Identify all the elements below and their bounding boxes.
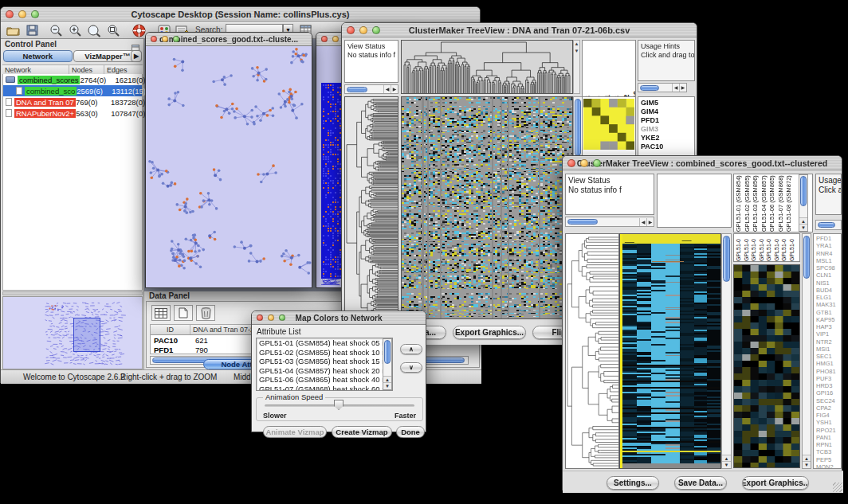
- vscroll-thumb[interactable]: [575, 99, 581, 156]
- dialog-titlebar[interactable]: Map Colors to Network: [252, 311, 426, 325]
- gene-name[interactable]: MON2: [816, 463, 841, 469]
- attribute-listbox[interactable]: GPL51-01 (GSM854) heat shock 05 minGPL51…: [256, 338, 393, 391]
- gene-name[interactable]: YRA1: [816, 242, 841, 249]
- gene-name[interactable]: YSH1: [816, 419, 841, 426]
- treeview-dna-titlebar[interactable]: ClusterMaker TreeView : DNA and Tran 07-…: [342, 23, 697, 37]
- data-col-id[interactable]: ID: [151, 325, 190, 334]
- heatmap-main[interactable]: [619, 233, 721, 469]
- view-status-hscrollbar[interactable]: ◀ ▶: [344, 84, 398, 94]
- attribute-item[interactable]: GPL51-07 (GSM868) heat shock 60 min: [257, 385, 392, 392]
- gene-name[interactable]: RPO21: [816, 427, 841, 434]
- gene-name[interactable]: SEC1: [816, 353, 841, 360]
- gene-name[interactable]: SPC98: [816, 264, 841, 272]
- gene-name[interactable]: HAP3: [816, 323, 841, 330]
- zoom-window-icon[interactable]: [279, 315, 285, 321]
- vscroll-thumb[interactable]: [800, 176, 807, 206]
- export-graphics-button[interactable]: Export Graphics...: [453, 326, 526, 339]
- gene-name[interactable]: VIP1: [816, 330, 841, 338]
- animate-vizmap-button[interactable]: Animate Vizmap: [263, 426, 327, 438]
- usage-hints-hscrollbar[interactable]: [815, 220, 842, 230]
- network-row[interactable]: combined_sco 2569(6) 13112(15): [3, 85, 142, 96]
- more-tabs-icon[interactable]: ▶: [131, 50, 142, 62]
- treeview-combined-titlebar[interactable]: ClusterMaker TreeView : combined_scores_…: [563, 156, 842, 170]
- row-dendrogram[interactable]: [344, 96, 398, 319]
- attribute-item[interactable]: GPL51-02 (GSM855) heat shock 10 min: [257, 348, 392, 357]
- summary-heatmap[interactable]: [583, 99, 634, 150]
- gene-name[interactable]: MAK31: [816, 301, 841, 308]
- table-grid-icon[interactable]: [151, 305, 171, 321]
- attribute-item[interactable]: GPL51-03 (GSM856) heat shock 15 min: [257, 357, 392, 366]
- open-folder-icon[interactable]: [4, 23, 22, 37]
- gene-name[interactable]: RNR4: [816, 250, 841, 257]
- minimize-icon[interactable]: [162, 36, 168, 42]
- minimize-icon[interactable]: [580, 159, 588, 167]
- scroll-right-icon[interactable]: ▶: [679, 84, 686, 92]
- network-row[interactable]: RNAPuberNov2+ 563(0) 107847(0): [3, 107, 142, 119]
- zoom-window-icon[interactable]: [593, 159, 601, 167]
- zoom-vscrollbar[interactable]: ▲ ▼: [802, 233, 811, 469]
- gene-name[interactable]: CPA2: [816, 404, 841, 412]
- attribute-item[interactable]: GPL51-04 (GSM857) heat shock 20 min: [257, 366, 392, 376]
- close-icon[interactable]: [321, 36, 328, 42]
- zoom-in-icon[interactable]: [66, 23, 84, 37]
- gene-name[interactable]: RPN1: [816, 441, 841, 448]
- attribute-list-vscrollbar[interactable]: ▲ ▼: [383, 338, 392, 390]
- scroll-down-icon[interactable]: ▼: [383, 382, 391, 389]
- main-titlebar[interactable]: Cytoscape Desktop (Session Name: collins…: [1, 7, 480, 21]
- done-button[interactable]: Done: [396, 426, 425, 438]
- scroll-down-icon[interactable]: ▼: [799, 224, 807, 231]
- gene-name[interactable]: PFD1: [816, 235, 841, 242]
- zoom-window-icon[interactable]: [173, 36, 179, 42]
- gene-name[interactable]: KAP95: [816, 316, 841, 323]
- zoom-window-icon[interactable]: [31, 10, 39, 18]
- network-view-titlebar[interactable]: combined_scores_good.txt--cluste...: [146, 33, 312, 46]
- row-dendrogram[interactable]: [565, 233, 619, 469]
- resize-grip[interactable]: [833, 483, 842, 492]
- animation-slider-thumb[interactable]: [334, 400, 344, 410]
- network-row[interactable]: combined_scores 2764(0) 16218(0): [3, 74, 142, 85]
- network-view-canvas[interactable]: [146, 46, 312, 287]
- gene-name[interactable]: HMG1: [816, 360, 841, 367]
- move-down-button[interactable]: ∨: [400, 362, 422, 373]
- close-icon[interactable]: [567, 159, 575, 167]
- view-status-hscrollbar[interactable]: ◀ ▶: [565, 217, 654, 227]
- scroll-right-icon[interactable]: ▶: [646, 218, 654, 226]
- heatmap-vscrollbar[interactable]: ▲ ▼: [721, 233, 732, 469]
- minimize-icon[interactable]: [268, 315, 274, 321]
- zoom-fit-icon[interactable]: [85, 23, 103, 37]
- close-icon[interactable]: [257, 315, 263, 321]
- heatmap-main[interactable]: [401, 96, 573, 319]
- trash-icon[interactable]: [196, 305, 215, 321]
- usage-hints-hscrollbar[interactable]: ◀ ▶: [638, 83, 687, 92]
- heatmap-zoomed[interactable]: [733, 264, 800, 468]
- zoom-out-icon[interactable]: [47, 23, 65, 37]
- gene-name[interactable]: NTR2: [816, 338, 841, 346]
- gene-name[interactable]: GPI16: [816, 389, 841, 397]
- gene-name[interactable]: CLN1: [816, 272, 841, 279]
- close-icon[interactable]: [151, 36, 157, 42]
- zoom-selected-icon[interactable]: [104, 23, 122, 37]
- gene-name[interactable]: NIS1: [816, 279, 841, 287]
- export-graphics-button[interactable]: Export Graphics...: [742, 476, 809, 490]
- network-row[interactable]: DNA and Tran 07 769(0) 183728(0): [3, 96, 142, 107]
- gene-name[interactable]: ELG1: [816, 294, 841, 301]
- scroll-down-icon[interactable]: ▼: [722, 461, 731, 468]
- minimize-icon[interactable]: [18, 10, 26, 18]
- save-data-button[interactable]: Save Data...: [674, 476, 727, 490]
- panel-splitter[interactable]: [2, 291, 143, 295]
- close-icon[interactable]: [347, 26, 355, 34]
- attribute-item[interactable]: GPL51-06 (GSM865) heat shock 40 min: [257, 375, 392, 385]
- scroll-left-icon[interactable]: ◀: [639, 218, 646, 226]
- column-dendrogram-area[interactable]: [657, 174, 732, 228]
- create-vizmap-button[interactable]: Create Vizmap: [332, 426, 392, 438]
- column-dendrogram[interactable]: [401, 40, 573, 94]
- attribute-item[interactable]: GPL51-01 (GSM854) heat shock 05 min: [257, 338, 392, 348]
- new-attribute-icon[interactable]: [174, 305, 193, 321]
- gene-name[interactable]: MSL1: [816, 257, 841, 264]
- gene-name[interactable]: TCB3: [816, 448, 841, 455]
- column-labels-vscrollbar[interactable]: ▲ ▼: [799, 174, 808, 232]
- vscroll-thumb[interactable]: [384, 340, 391, 364]
- scroll-left-icon[interactable]: ◀: [672, 84, 679, 92]
- vscroll-thumb[interactable]: [723, 236, 730, 282]
- close-icon[interactable]: [6, 10, 14, 18]
